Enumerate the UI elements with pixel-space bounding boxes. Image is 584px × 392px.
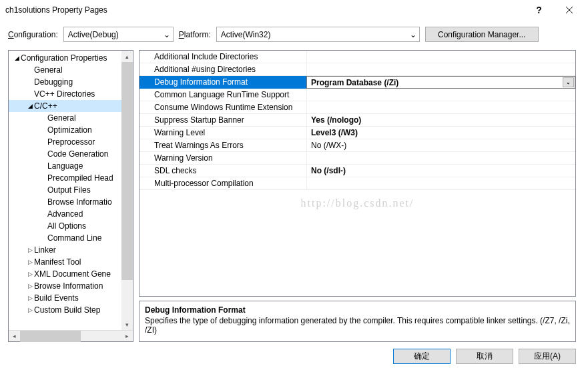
property-value[interactable] [306, 177, 575, 190]
property-value[interactable] [306, 51, 575, 63]
expander-closed-icon[interactable]: ▷ [26, 247, 34, 253]
property-value[interactable]: No (/sdl-) [306, 165, 575, 177]
property-name: Additional Include Directories [139, 51, 306, 63]
configuration-manager-button[interactable]: Configuration Manager... [425, 27, 539, 42]
tree-item[interactable]: Preprocessor [9, 136, 133, 148]
expander-closed-icon[interactable]: ▷ [26, 295, 34, 301]
tree-item[interactable]: Advanced [9, 208, 133, 220]
watermark: http://blog.csdn.net/ [139, 197, 575, 209]
property-value[interactable]: Level3 (/W3) [306, 127, 575, 139]
tree-item[interactable]: ◢Configuration Properties [9, 52, 133, 64]
configuration-combo[interactable]: Active(Debug) ⌄ [63, 27, 174, 42]
scroll-down-icon[interactable]: ▾ [121, 319, 133, 330]
grid-row[interactable]: Warning LevelLevel3 (/W3) [139, 127, 575, 139]
tree-item[interactable]: General [9, 112, 133, 124]
tree-item-label: Configuration Properties [21, 53, 107, 63]
expander-closed-icon[interactable]: ▷ [26, 271, 34, 277]
property-value[interactable] [306, 89, 575, 101]
property-name: Additional #using Directories [139, 63, 306, 76]
property-name: Treat Warnings As Errors [139, 139, 306, 152]
main-area: ◢Configuration PropertiesGeneralDebuggin… [0, 47, 584, 342]
expander-closed-icon[interactable]: ▷ [26, 283, 34, 289]
tree-item-label: General [47, 113, 76, 123]
tree-item[interactable]: ▷Custom Build Step [9, 304, 133, 316]
tree-item-label: Advanced [47, 209, 83, 219]
grid-row[interactable]: Debug Information FormatProgram Database… [139, 76, 575, 89]
scroll-thumb[interactable] [121, 62, 133, 280]
property-name: Common Language RunTime Support [139, 89, 306, 101]
help-button[interactable]: ? [524, 0, 554, 20]
grid-row[interactable]: Additional Include Directories [139, 51, 575, 63]
tree-item[interactable]: ▷Manifest Tool [9, 256, 133, 268]
right-panel: Additional Include DirectoriesAdditional… [139, 50, 576, 342]
grid-row[interactable]: Warning Version [139, 152, 575, 165]
expander-open-icon[interactable]: ◢ [26, 103, 34, 109]
cancel-button[interactable]: 取消 [456, 349, 513, 364]
footer: 确定 取消 应用(A) [0, 342, 584, 371]
tree-item[interactable]: Command Line [9, 232, 133, 244]
tree-item-label: Browse Information [34, 281, 103, 291]
property-value[interactable]: Yes (/nologo) [306, 114, 575, 127]
tree-item-label: Manifest Tool [34, 257, 81, 267]
grid-row[interactable]: Multi-processor Compilation [139, 177, 575, 190]
tree-item[interactable]: Code Generation [9, 148, 133, 160]
grid-row[interactable]: SDL checksNo (/sdl-) [139, 165, 575, 177]
grid-row[interactable]: Common Language RunTime Support [139, 89, 575, 101]
tree-item[interactable]: General [9, 64, 133, 76]
tree-item-label: Precompiled Head [47, 173, 113, 183]
tree-vertical-scrollbar[interactable]: ▴ ▾ [121, 51, 133, 330]
platform-combo[interactable]: Active(Win32) ⌄ [216, 27, 420, 42]
configuration-label: Configuration: [8, 30, 58, 39]
tree-item[interactable]: Language [9, 160, 133, 172]
expander-open-icon[interactable]: ◢ [13, 55, 21, 61]
tree-item-label: Custom Build Step [34, 305, 100, 315]
tree-item-label: Linker [34, 245, 56, 255]
property-name: SDL checks [139, 165, 306, 177]
expander-closed-icon[interactable]: ▷ [26, 259, 34, 265]
tree-item[interactable]: VC++ Directories [9, 88, 133, 100]
grid-row[interactable]: Additional #using Directories [139, 63, 575, 76]
tree-panel: ◢Configuration PropertiesGeneralDebuggin… [8, 50, 133, 342]
property-value[interactable] [306, 152, 575, 165]
property-value[interactable] [306, 63, 575, 76]
tree-item[interactable]: Output Files [9, 184, 133, 196]
dropdown-icon[interactable]: ⌄ [563, 77, 574, 87]
grid-row[interactable]: Suppress Startup BannerYes (/nologo) [139, 114, 575, 127]
tree-item[interactable]: Debugging [9, 76, 133, 88]
grid-row[interactable]: Consume Windows Runtime Extension [139, 101, 575, 114]
configuration-value: Active(Debug) [68, 30, 119, 39]
tree[interactable]: ◢Configuration PropertiesGeneralDebuggin… [9, 51, 133, 330]
tree-item-label: Code Generation [47, 149, 108, 159]
tree-item[interactable]: ▷XML Document Gene [9, 268, 133, 280]
property-name: Consume Windows Runtime Extension [139, 101, 306, 114]
scroll-up-icon[interactable]: ▴ [121, 51, 133, 62]
tree-item-label: Optimization [47, 125, 92, 135]
tree-item-label: Command Line [47, 233, 101, 243]
tree-item[interactable]: Browse Informatio [9, 196, 133, 208]
close-icon [566, 7, 573, 13]
tree-item[interactable]: Optimization [9, 124, 133, 136]
scroll-left-icon[interactable]: ◂ [9, 331, 20, 342]
chevron-down-icon: ⌄ [164, 30, 170, 39]
scroll-thumb[interactable] [20, 331, 81, 342]
tree-item[interactable]: Precompiled Head [9, 172, 133, 184]
tree-item[interactable]: ▷Browse Information [9, 280, 133, 292]
apply-button[interactable]: 应用(A) [519, 349, 576, 364]
tree-item-label: VC++ Directories [34, 89, 95, 99]
property-value[interactable]: No (/WX-) [306, 139, 575, 152]
ok-button[interactable]: 确定 [393, 349, 451, 364]
tree-horizontal-scrollbar[interactable]: ◂ ▸ [9, 330, 133, 341]
tree-item[interactable]: ▷Linker [9, 244, 133, 256]
property-grid[interactable]: Additional Include DirectoriesAdditional… [139, 50, 576, 297]
tree-item[interactable]: ▷Build Events [9, 292, 133, 304]
close-button[interactable] [554, 0, 584, 20]
grid-row[interactable]: Treat Warnings As ErrorsNo (/WX-) [139, 139, 575, 152]
tree-item-label: Language [47, 161, 83, 171]
property-name: Suppress Startup Banner [139, 114, 306, 127]
tree-item[interactable]: ◢C/C++ [9, 100, 133, 112]
property-value[interactable] [306, 101, 575, 114]
tree-item[interactable]: All Options [9, 220, 133, 232]
scroll-right-icon[interactable]: ▸ [121, 331, 133, 342]
property-value[interactable]: Program Database (/Zi)⌄ [306, 76, 575, 89]
expander-closed-icon[interactable]: ▷ [26, 307, 34, 313]
